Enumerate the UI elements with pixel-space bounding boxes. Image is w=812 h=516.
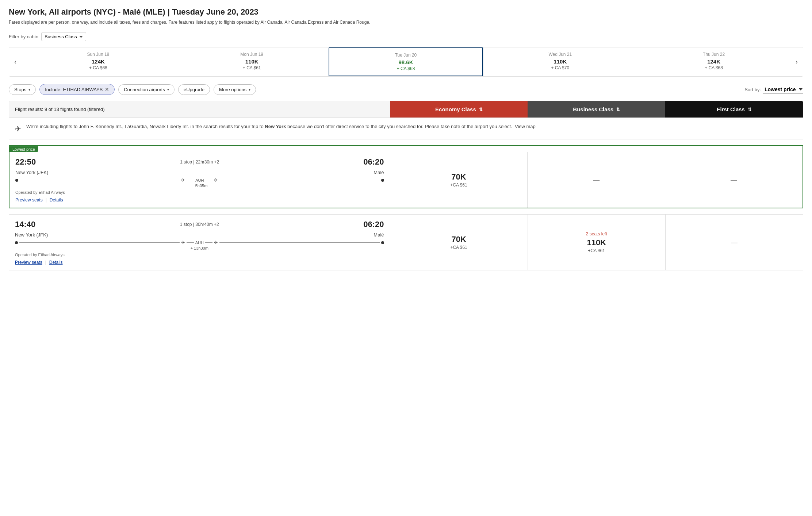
route-dot-left: [15, 241, 18, 244]
date-points: 98.6K: [332, 59, 480, 65]
stops-chip[interactable]: Stops ▾: [9, 84, 36, 95]
route-dot-left: [15, 179, 18, 182]
date-label: Mon Jun 19: [178, 52, 326, 57]
results-header: Flight results: 9 of 13 flights found (f…: [9, 101, 803, 118]
plane-route-icon2: ✈: [214, 240, 218, 245]
plane-route-icon: ✈: [181, 240, 185, 245]
date-label: Sun Jun 18: [24, 52, 172, 57]
layover-label: + 5h05m: [15, 184, 384, 188]
plane-icon: ✈: [15, 124, 21, 133]
route-dot-right: [381, 241, 384, 244]
date-points: 124K: [24, 58, 172, 65]
flight-main-0: 22:50 1 stop | 22hr30m +2 06:20 New York…: [9, 152, 390, 208]
depart-time: 14:40: [15, 220, 35, 229]
plane-route-icon: ✈: [181, 177, 185, 183]
operated-by: Operated by Etihad Airways: [15, 253, 384, 257]
business-sort-icon: ⇅: [616, 107, 620, 112]
date-cell-mon-jun-19[interactable]: Mon Jun 19 110K + CA $61: [175, 47, 329, 76]
first-class-header[interactable]: First Class ⇅: [665, 101, 803, 118]
economy-price-points: 70K: [451, 172, 466, 182]
date-points: 124K: [640, 58, 788, 65]
connection-airports-chip[interactable]: Connection airports ▾: [118, 84, 175, 95]
destination: Malé: [374, 170, 384, 175]
route-dot-right: [381, 179, 384, 182]
date-ca: + CA $68: [332, 66, 480, 71]
first-col-1[interactable]: —: [666, 215, 803, 270]
date-label: Thu Jun 22: [640, 52, 788, 57]
more-options-chip[interactable]: More options ▾: [214, 84, 256, 95]
business-seats-left: 2 seats left: [586, 231, 607, 236]
date-label: Wed Jun 21: [486, 52, 634, 57]
business-price-points: 110K: [587, 238, 606, 247]
first-sort-icon: ⇅: [748, 107, 751, 112]
economy-col-1[interactable]: 70K +CA $61: [390, 215, 528, 270]
business-dash: —: [593, 176, 600, 184]
stopover-label: AUH: [195, 240, 204, 245]
first-col-0[interactable]: —: [665, 152, 803, 208]
separator: |: [46, 197, 47, 203]
arrive-time: 06:20: [363, 157, 384, 167]
layover-label: + 13h30m: [15, 246, 384, 250]
date-points: 110K: [486, 58, 634, 65]
info-text-after: because we don't offer direct service to…: [287, 124, 512, 129]
preview-seats-link[interactable]: Preview seats: [15, 260, 42, 265]
results-info: Flight results: 9 of 13 flights found (f…: [9, 101, 390, 118]
business-col-0[interactable]: —: [528, 152, 665, 208]
eupgrade-chip[interactable]: eUpgrade: [178, 84, 210, 95]
stopover-label: AUH: [195, 178, 204, 182]
date-ca: + CA $68: [640, 65, 788, 70]
view-map-link[interactable]: View map: [515, 124, 536, 129]
business-col-1[interactable]: 2 seats left 110K +CA $61: [528, 215, 666, 270]
date-prev-button[interactable]: ‹: [9, 47, 22, 76]
info-text-before: We're including flights to John F. Kenne…: [26, 124, 265, 129]
separator: |: [45, 260, 46, 265]
more-options-chevron-icon: ▾: [249, 88, 250, 92]
economy-sort-icon: ⇅: [479, 107, 483, 112]
date-selector: ‹ Sun Jun 18 124K + CA $68 Mon Jun 19 11…: [9, 47, 803, 77]
economy-price-ca: +CA $61: [450, 182, 467, 188]
economy-class-header[interactable]: Economy Class ⇅: [390, 101, 528, 118]
economy-price-points: 70K: [451, 235, 466, 244]
page-subtitle: Fares displayed are per person, one way,…: [9, 20, 803, 25]
connection-chevron-icon: ▾: [167, 88, 169, 92]
details-link[interactable]: Details: [50, 197, 63, 203]
stops-info: 1 stop | 22hr30m +2: [180, 159, 219, 165]
date-next-button[interactable]: ›: [790, 47, 803, 76]
origin: New York (JFK): [15, 232, 48, 238]
date-cell-wed-jun-21[interactable]: Wed Jun 21 110K + CA $70: [483, 47, 637, 76]
plane-route-icon2: ✈: [214, 177, 218, 183]
date-ca: + CA $68: [24, 65, 172, 70]
date-label: Tue Jun 20: [332, 53, 480, 58]
remove-airline-icon[interactable]: ✕: [105, 86, 109, 92]
date-cell-sun-jun-18[interactable]: Sun Jun 18 124K + CA $68: [22, 47, 175, 76]
date-cell-thu-jun-22[interactable]: Thu Jun 22 124K + CA $68: [637, 47, 790, 76]
origin: New York (JFK): [15, 170, 48, 175]
depart-time: 22:50: [15, 157, 36, 167]
flight-main-1: 14:40 1 stop | 30hr40m +2 06:20 New York…: [9, 215, 390, 270]
page-title: New York, All airports (NYC) - Malé (MLE…: [9, 7, 803, 17]
business-price-ca: +CA $61: [588, 248, 605, 253]
economy-price-ca: +CA $61: [450, 245, 467, 250]
business-class-header[interactable]: Business Class ⇅: [528, 101, 665, 118]
flight-card-0: Lowest price 22:50 1 stop | 22hr30m +2 0…: [9, 145, 803, 208]
include-airline-chip[interactable]: Include: ETIHAD AIRWAYS ✕: [39, 84, 115, 95]
preview-seats-link[interactable]: Preview seats: [15, 197, 43, 203]
filter-cabin-label: Filter by cabin: [9, 34, 38, 39]
operated-by: Operated by Etihad Airways: [15, 190, 384, 195]
lowest-price-badge: Lowest price: [9, 146, 38, 152]
economy-col-0[interactable]: 70K +CA $61: [390, 152, 528, 208]
first-dash: —: [731, 176, 737, 184]
destination: Malé: [374, 232, 384, 238]
date-cell-tue-jun-20[interactable]: Tue Jun 20 98.6K + CA $68: [329, 47, 483, 76]
sort-select[interactable]: Lowest price: [763, 86, 803, 93]
stops-chevron-icon: ▾: [28, 88, 30, 92]
date-points: 110K: [178, 58, 326, 65]
arrive-time: 06:20: [363, 220, 384, 229]
flight-card-1: 14:40 1 stop | 30hr40m +2 06:20 New York…: [9, 214, 803, 270]
info-city: New York: [265, 124, 286, 129]
stops-info: 1 stop | 30hr40m +2: [180, 222, 219, 227]
sort-by-label: Sort by:: [744, 87, 761, 92]
date-ca: + CA $61: [178, 65, 326, 70]
filter-cabin-select[interactable]: Business Class: [41, 32, 86, 41]
details-link[interactable]: Details: [49, 260, 63, 265]
